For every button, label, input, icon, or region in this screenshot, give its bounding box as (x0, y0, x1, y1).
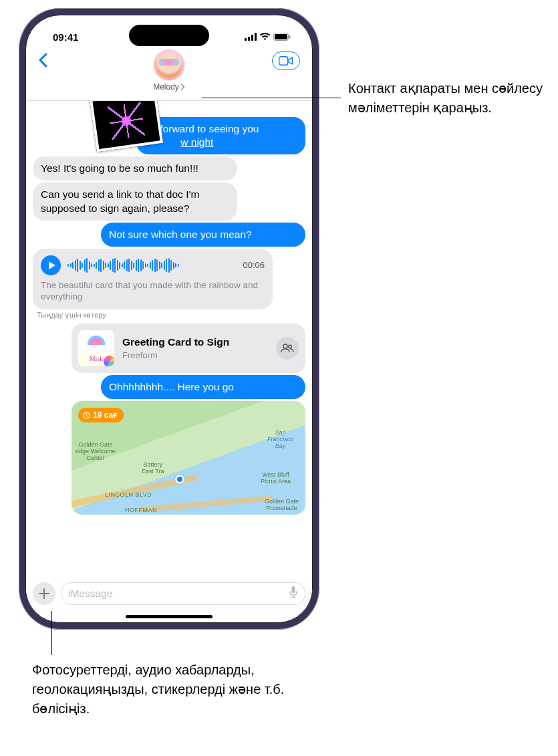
map-poi-label: West BluffPicnic Area (261, 471, 291, 485)
map-poi-label: BatteryEast Tra (142, 461, 164, 475)
contact-header[interactable]: Melody (153, 49, 185, 92)
audio-message[interactable]: 00:06 The beautiful card that you made w… (33, 249, 273, 309)
mic-icon (289, 586, 298, 599)
video-icon (279, 56, 293, 66)
audio-duration: 00:06 (243, 260, 265, 270)
callout-leader-line (202, 98, 341, 98)
svg-rect-7 (279, 57, 288, 66)
shared-document[interactable]: Misk Greeting Card to Sign Freeform (72, 324, 305, 373)
svg-rect-11 (292, 586, 295, 593)
play-button[interactable] (41, 255, 61, 275)
dictation-button[interactable] (289, 586, 298, 602)
attachments-button[interactable] (33, 582, 55, 605)
conversation-view[interactable]: xxxforward to seeing you xxxxxxxw night … (26, 101, 312, 570)
share-title: Greeting Card to Sign (122, 336, 268, 349)
phone-screen: 09:41 (25, 15, 313, 623)
share-thumbnail: Misk (78, 330, 114, 366)
collaboration-button[interactable] (276, 337, 299, 360)
svg-rect-5 (275, 34, 287, 39)
battery-icon (273, 31, 291, 43)
svg-rect-6 (289, 35, 291, 38)
message-input-bar: iMessage (26, 577, 312, 610)
map-road-label: HOFFMAN (125, 507, 157, 513)
people-icon (281, 344, 294, 353)
status-time: 09:41 (53, 31, 78, 43)
location-expiry-badge: 19 сағ (78, 408, 124, 422)
message-input[interactable]: iMessage (61, 582, 305, 605)
chevron-right-icon (180, 84, 185, 90)
map-road-label: LINCOLN BLVD (105, 491, 152, 498)
message-link[interactable]: w night (180, 136, 213, 148)
message-received[interactable]: Yes! It's going to be so much fun!!! (33, 156, 237, 180)
avatar (153, 49, 185, 81)
freeform-app-icon (104, 356, 114, 366)
plus-icon (38, 588, 50, 600)
location-share[interactable]: 19 сағ Golden Gateridge WelcomeCenter Ba… (72, 401, 305, 515)
dynamic-island (129, 25, 209, 46)
audio-waveform[interactable] (67, 257, 236, 273)
callout-text: Контакт ақпараты мен сөйлесу мәліметтері… (348, 79, 549, 118)
map-poi-label: Golden GatePromenade (265, 498, 299, 511)
location-pin (175, 475, 184, 484)
nav-bar: Melody (26, 47, 312, 101)
message-sent[interactable]: Ohhhhhhhh.... Here you go (101, 375, 305, 399)
svg-rect-0 (245, 38, 247, 41)
message-sent[interactable]: Not sure which one you mean? (101, 223, 305, 247)
home-indicator[interactable] (126, 615, 213, 618)
svg-point-9 (289, 345, 292, 348)
map-water-label: SanFranciscoBay (267, 429, 293, 449)
map-poi-label: Golden Gateridge WelcomeCenter (76, 441, 116, 461)
callout-leader-line (51, 611, 52, 655)
facetime-button[interactable] (272, 51, 300, 70)
svg-rect-2 (251, 35, 253, 41)
contact-name: Melody (153, 82, 179, 92)
audio-transcript: The beautiful card that you made with th… (41, 279, 265, 303)
svg-point-8 (283, 344, 287, 348)
back-button[interactable] (38, 50, 47, 72)
phone-frame: 09:41 (19, 8, 319, 630)
play-icon (49, 261, 55, 269)
cellular-icon (245, 31, 257, 43)
raise-to-listen-label: Тыңдау үшін көтеру (37, 311, 305, 320)
share-subtitle: Freeform (122, 350, 268, 360)
input-placeholder: iMessage (68, 588, 112, 600)
callout-text: Фотосуреттерді, аудио хабарларды, геолок… (32, 660, 313, 719)
svg-rect-3 (255, 33, 257, 41)
wifi-icon (259, 31, 271, 43)
clock-icon (83, 412, 90, 419)
svg-rect-1 (248, 37, 250, 41)
message-received[interactable]: Can you send a link to that doc I'm supp… (33, 182, 237, 220)
